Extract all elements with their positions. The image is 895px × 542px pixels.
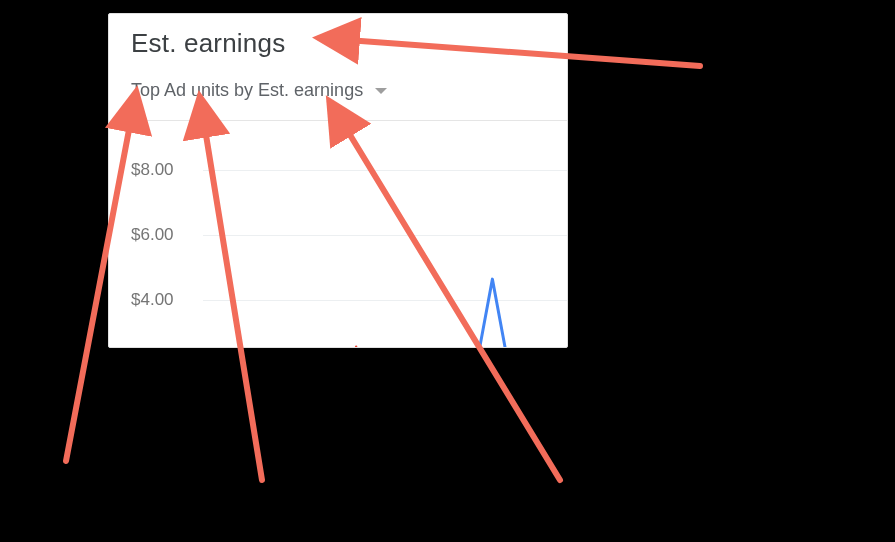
svg-point-0	[355, 346, 357, 348]
earnings-card: Est. earnings Top Ad units by Est. earni…	[108, 13, 568, 348]
dropdown-label: Top Ad units by Est. earnings	[131, 80, 363, 101]
y-tick-label: $4.00	[131, 290, 195, 310]
ad-units-dropdown[interactable]: Top Ad units by Est. earnings	[131, 80, 389, 101]
y-tick-label: $8.00	[131, 160, 195, 180]
caret-down-icon	[373, 83, 389, 99]
line-series	[203, 120, 567, 348]
y-tick-label: $6.00	[131, 225, 195, 245]
chart-area: $8.00 $6.00 $4.00	[131, 120, 567, 347]
card-title: Est. earnings	[131, 28, 285, 59]
